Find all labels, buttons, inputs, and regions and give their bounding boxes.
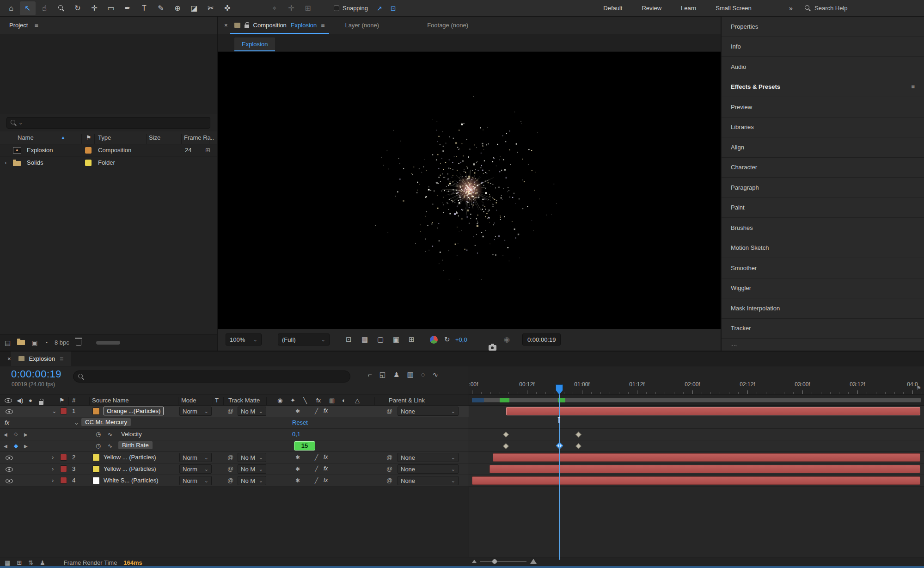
keyframe-prev-icon[interactable]: ◀ [4, 444, 7, 449]
project-column-type[interactable]: Type [98, 134, 111, 141]
switches-column-icon-3[interactable]: fx [316, 397, 321, 404]
zoom-out-icon[interactable] [472, 560, 477, 563]
new-composition-icon[interactable]: ▣ [31, 339, 37, 346]
layer-expander-icon[interactable]: › [52, 477, 54, 484]
keyframe-toggle-icon[interactable]: ◇ [14, 431, 18, 437]
transfer-controls-pane-icon[interactable]: ⊞ [17, 559, 22, 566]
quality-switch-icon[interactable]: ╱ [315, 466, 318, 472]
eye-icon[interactable] [6, 467, 13, 472]
grid-guides-icon[interactable]: ▦ [361, 335, 368, 344]
label-color-chip[interactable] [85, 147, 92, 154]
layer-duration-bar[interactable] [490, 465, 920, 473]
effect-row[interactable]: fx⌄CC Mr. MercuryReset [0, 417, 469, 429]
mode-dropdown[interactable]: Norm⌄ [179, 464, 212, 474]
shape-tool[interactable]: ▭ [103, 1, 119, 15]
project-column-frame-ra[interactable]: Frame Ra.. [184, 134, 214, 141]
panel-menu-icon[interactable]: ≡ [60, 355, 63, 363]
collapse-switch-icon[interactable]: ✱ [295, 477, 300, 484]
workspace-small-screen[interactable]: Small Screen [706, 0, 761, 17]
graph-icon[interactable]: ∿ [108, 431, 112, 438]
subtab-explosion[interactable]: Explosion [234, 37, 275, 51]
view-layout-icon[interactable]: ⊞ [409, 335, 415, 344]
collapse-switch-icon[interactable]: ✱ [295, 408, 300, 414]
motion-blur-icon[interactable]: ◌ [421, 370, 425, 379]
track-matte-dropdown[interactable]: No M⌄ [238, 407, 266, 416]
track-matte-pickwhip-icon[interactable]: @ [227, 454, 233, 461]
pen-tool[interactable]: ✒ [120, 1, 135, 15]
keyframe[interactable] [503, 432, 509, 438]
panel-tab-properties[interactable]: Properties [722, 17, 924, 37]
track-matte-dropdown[interactable]: No M⌄ [238, 453, 266, 462]
view-axis-mode-icon[interactable]: ⊞ [300, 1, 316, 15]
workspace-default[interactable]: Default [594, 0, 632, 17]
label-color-chip[interactable] [60, 407, 67, 414]
label-color-chip[interactable] [85, 160, 92, 166]
workspace-learn[interactable]: Learn [671, 0, 706, 17]
project-item-explosion[interactable]: ExplosionComposition24⊞ [0, 144, 217, 157]
clone-stamp-tool[interactable]: ⊕ [170, 1, 185, 15]
zoom-dropdown[interactable]: 100% ⌄ [226, 333, 262, 346]
composition-usage-icon[interactable]: ⊞ [205, 147, 210, 154]
orbit-camera-tool[interactable]: ↻ [70, 1, 86, 15]
panel-tab-preview[interactable]: Preview [722, 97, 924, 117]
brush-tool[interactable]: ✎ [153, 1, 169, 15]
track-matte-pickwhip-icon[interactable]: @ [227, 465, 233, 472]
track-matte-pickwhip-icon[interactable]: @ [227, 407, 233, 414]
panel-menu-icon[interactable]: ≡ [321, 22, 324, 29]
effect-reset-link[interactable]: Reset [292, 419, 308, 426]
label-color-chip[interactable] [60, 477, 67, 484]
region-of-interest-icon[interactable]: ⊡ [346, 335, 352, 344]
layer-switches-pane-icon[interactable]: ▦ [5, 559, 10, 566]
world-axis-mode-icon[interactable]: ✛ [283, 1, 299, 15]
panel-tab-motion-sketch[interactable]: Motion Sketch [722, 238, 924, 259]
project-settings-icon[interactable]: ◔ [44, 339, 48, 346]
mode-dropdown[interactable]: Norm⌄ [179, 407, 212, 416]
type-tool[interactable]: T [136, 1, 152, 15]
panel-tab-align[interactable]: Align [722, 137, 924, 158]
time-ruler[interactable]: 0:00f00:12f01:00f01:12f02:00f02:12f03:00… [469, 366, 924, 395]
eye-icon[interactable] [6, 479, 13, 483]
transparency-grid-icon[interactable]: ▣ [393, 335, 399, 344]
frame-blending-icon[interactable]: ▥ [407, 370, 413, 379]
track-lane-velocity[interactable] [469, 429, 924, 440]
layer-row-3[interactable]: ›3Yellow ... (Particles)Norm⌄@No M⌄✱╱fx@… [0, 463, 469, 475]
in-out-pane-icon[interactable]: ⇅ [28, 559, 33, 566]
snapshot-camera-icon[interactable] [489, 345, 496, 351]
tab-layer[interactable]: Layer (none) [331, 22, 393, 29]
stopwatch-icon[interactable]: ◷ [96, 431, 101, 438]
new-folder-icon[interactable] [17, 340, 25, 345]
work-area-start-handle[interactable] [472, 398, 484, 402]
work-area-bar[interactable] [469, 395, 924, 406]
label-color-chip[interactable] [60, 454, 67, 461]
panel-tab-clipped[interactable] [722, 339, 924, 351]
parent-pickwhip-icon[interactable]: @ [386, 477, 392, 484]
tab-composition[interactable]: Composition Explosion ≡ [228, 17, 331, 34]
panel-tab-effects-presets[interactable]: Effects & Presets≡ [722, 77, 924, 98]
panel-tab-brushes[interactable]: Brushes [722, 218, 924, 238]
graph-icon[interactable]: ∿ [108, 443, 112, 449]
bit-depth-label[interactable]: 8 bpc [55, 339, 69, 346]
track-lane-birth-rate[interactable] [469, 440, 924, 452]
channel-wheel-icon[interactable] [430, 336, 438, 344]
project-column-size[interactable]: Size [149, 134, 160, 141]
label-column-icon[interactable]: ⚑ [59, 397, 65, 404]
panel-tab-mask-interpolation[interactable]: Mask Interpolation [722, 298, 924, 319]
panel-tab-character[interactable]: Character [722, 158, 924, 178]
track-lane-layer-1[interactable] [469, 406, 924, 417]
snapping-control[interactable]: Snapping [334, 5, 368, 12]
keyframe-prev-icon[interactable]: ◀ [4, 432, 7, 437]
track-lane-layer-3[interactable] [469, 463, 924, 475]
workspace-review[interactable]: Review [632, 0, 671, 17]
timeline-tab-explosion[interactable]: Explosion ≡ [11, 352, 71, 366]
help-search[interactable]: Search Help [805, 5, 921, 12]
keyframe[interactable] [575, 432, 581, 438]
layer-row-1[interactable]: ⌄1Orange ...(Particles)Norm⌄@No M⌄✱╱fx@N… [0, 406, 469, 417]
work-area-track[interactable] [472, 398, 921, 402]
zoom-in-icon[interactable] [530, 559, 537, 564]
project-search-input[interactable]: ⌄ [6, 117, 210, 129]
pan-behind-tool[interactable]: ✛ [86, 1, 102, 15]
label-color-chip[interactable] [60, 465, 67, 472]
composition-viewport[interactable] [218, 52, 721, 329]
t-column-header[interactable]: T [215, 397, 219, 404]
layer-expander-icon[interactable]: › [52, 454, 54, 461]
